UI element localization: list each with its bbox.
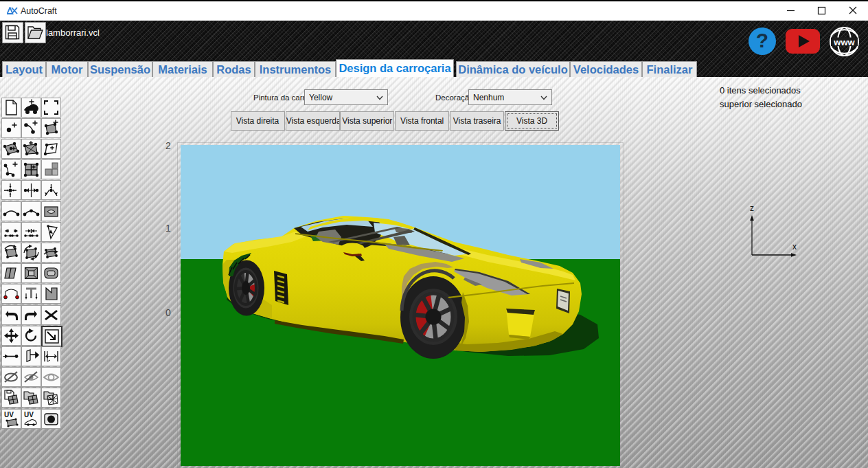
svg-text:UV: UV: [24, 411, 34, 419]
svg-text:UV: UV: [4, 411, 14, 419]
svg-text:www: www: [833, 37, 855, 47]
svg-text:x: x: [792, 242, 797, 252]
svg-text:?: ?: [756, 29, 768, 52]
svg-text:z: z: [750, 203, 754, 213]
